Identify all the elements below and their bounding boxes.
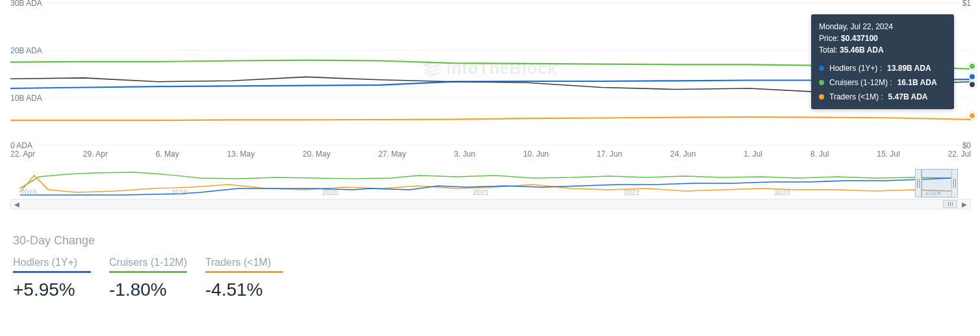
x-tick: 22. Apr <box>10 149 35 159</box>
summary-row: Hodlers (1Y+)+5.95%Cruisers (1-12M)-1.80… <box>13 257 967 300</box>
summary-item: Traders (<1M)-4.51% <box>205 257 283 300</box>
summary-item-label: Cruisers (1-12M) <box>109 257 187 268</box>
summary-underline <box>109 271 187 273</box>
series-line <box>10 117 971 120</box>
summary-underline <box>13 271 91 273</box>
summary-item-label: Hodlers (1Y+) <box>13 257 91 268</box>
series-end-dot <box>968 73 976 81</box>
tooltip-item: Hodlers (1Y+) : 13.89B ADA <box>819 62 946 74</box>
summary-underline <box>205 271 283 273</box>
navigator-range-window[interactable] <box>922 169 953 198</box>
summary-item: Cruisers (1-12M)-1.80% <box>109 257 187 300</box>
scroll-right-button[interactable]: ▶ <box>959 200 970 209</box>
navigator-handle-left[interactable] <box>915 169 922 198</box>
summary-item-label: Traders (<1M) <box>205 257 283 268</box>
series-end-dot <box>968 81 976 88</box>
tooltip-item: Traders (<1M) : 5.47B ADA <box>819 91 946 103</box>
main-chart[interactable]: IntoTheBlock 30B ADA $1 20B ADA 10B ADA … <box>0 0 980 169</box>
navigator-plot[interactable]: 2018201920202021202220232024 <box>10 169 961 198</box>
scroll-left-button[interactable]: ◀ <box>11 200 23 209</box>
navigator-handle-right[interactable] <box>951 169 958 198</box>
x-tick: 3. Jun <box>454 149 475 159</box>
x-tick: 27. May <box>379 149 407 159</box>
x-tick: 8. Jul <box>810 149 829 159</box>
scroll-thumb[interactable] <box>943 200 957 208</box>
series-end-dot <box>968 112 976 120</box>
summary-title: 30-Day Change <box>13 234 967 248</box>
navigator-svg <box>10 169 961 198</box>
tooltip-item: Cruisers (1-12M) : 16.1B ADA <box>819 77 946 88</box>
summary-panel: 30-Day Change Hodlers (1Y+)+5.95%Cruiser… <box>0 216 980 307</box>
tooltip-date: Monday, Jul 22, 2024 <box>819 21 946 32</box>
x-tick: 1. Jul <box>744 149 762 159</box>
summary-item-value: +5.95% <box>13 279 91 300</box>
x-tick: 6. May <box>156 149 179 159</box>
summary-item-value: -4.51% <box>205 279 283 300</box>
x-tick: 20. May <box>303 149 331 159</box>
summary-item-value: -1.80% <box>109 279 187 300</box>
chart-tooltip: Monday, Jul 22, 2024 Price: $0.437100 To… <box>811 14 954 109</box>
x-tick: 13. May <box>227 149 255 159</box>
summary-item: Hodlers (1Y+)+5.95% <box>13 257 91 300</box>
x-tick: 29. Apr <box>83 149 108 159</box>
x-tick: 22. Jul <box>948 149 970 159</box>
x-tick: 17. Jun <box>597 149 622 159</box>
x-tick: 24. Jun <box>670 149 696 159</box>
x-tick: 15. Jul <box>877 149 899 159</box>
x-tick: 10. Jun <box>523 149 549 159</box>
series-end-dot <box>968 62 976 70</box>
navigator-scrollbar[interactable]: ◀ ▶ <box>10 199 971 209</box>
navigator[interactable]: 2018201920202021202220232024 ◀ ▶ <box>0 169 980 216</box>
x-axis-ticks: 22. Apr29. Apr6. May13. May20. May27. Ma… <box>10 149 971 159</box>
